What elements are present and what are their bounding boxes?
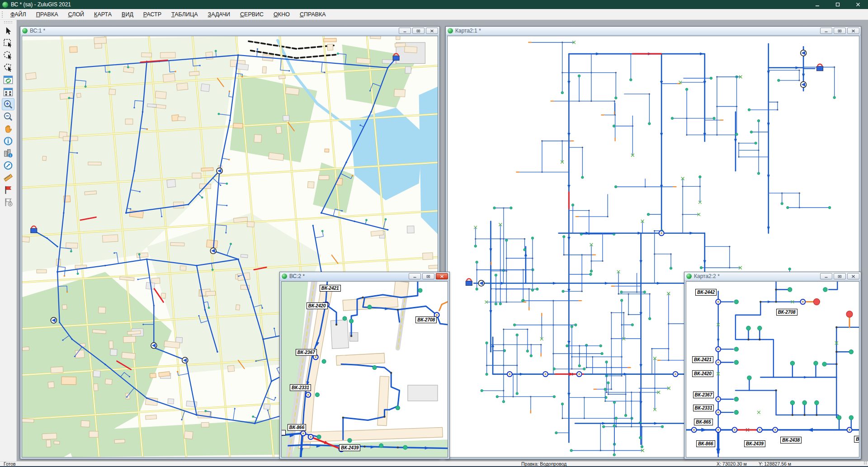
pan-hand-icon [3, 124, 13, 134]
select-circle-tool-button[interactable] [2, 49, 14, 61]
go-to-arrow-icon [3, 160, 13, 170]
select-polygon-tool-button[interactable] [2, 61, 14, 74]
vs1-minimize-button[interactable] [399, 28, 411, 34]
zoom-out-icon [3, 112, 13, 122]
menu-layer[interactable]: СЛОЙ [63, 9, 90, 19]
vs2-close-button[interactable] [436, 273, 448, 279]
map-label: ВК-866 [696, 440, 715, 447]
circle-select-icon [3, 51, 13, 61]
map-label: ВК-2442 [695, 289, 717, 296]
menu-window[interactable]: ОКНО [269, 9, 295, 19]
buildings-info-icon [3, 148, 13, 158]
map-document-icon [686, 274, 692, 279]
zoom-out-tool-button[interactable] [2, 110, 14, 123]
select-tool-button[interactable] [2, 25, 14, 37]
mdi-workspace: ВС:1 * Карта2:1 * [17, 20, 868, 461]
window-karta21-titlebar[interactable]: Карта2:1 * [446, 27, 861, 35]
cursor-icon [3, 26, 13, 36]
karta22-restore-button[interactable] [834, 273, 846, 279]
map-label: ВК-2708 [415, 316, 437, 323]
app-maximize-button[interactable] [827, 0, 848, 9]
statusbar: Готов Правка: Водопровод X: 73020.30 м Y… [0, 461, 868, 467]
app-close-button[interactable] [848, 0, 868, 9]
measure-tool-button[interactable] [2, 171, 14, 184]
app-title: ВС * (sa) - ZuluGIS 2021 [11, 1, 71, 8]
pan-tool-button[interactable] [2, 123, 14, 135]
window-vs2-titlebar[interactable]: ВС:2 * [280, 272, 449, 281]
resize-grip[interactable] [863, 461, 868, 465]
status-coordinate-x: X: 73020.30 м [717, 461, 747, 467]
vs1-restore-button[interactable] [412, 28, 425, 34]
restore-icon [838, 275, 842, 278]
map-label: ВК-2367 [296, 349, 317, 356]
map-label [281, 430, 286, 435]
zoom-in-tool-button[interactable] [2, 98, 14, 110]
close-icon [851, 275, 855, 278]
flag-icon [3, 185, 13, 195]
object-info-tool-button[interactable] [2, 147, 14, 159]
map-label: ВК-2331 [693, 405, 714, 411]
minimize-icon [824, 29, 828, 33]
menu-map[interactable]: КАРТА [89, 9, 117, 19]
map-document-icon [22, 28, 28, 33]
menubar: ФАЙЛ ПРАВКА СЛОЙ КАРТА ВИД РАСТР ТАБЛИЦА… [0, 9, 868, 20]
map-label: ВК-2420 [307, 302, 328, 309]
zoom-extent-icon [3, 87, 13, 97]
window-karta22-titlebar[interactable]: Карта2:2 * [684, 272, 861, 281]
map-label: ВК-2367 [693, 392, 714, 398]
menu-tasks[interactable]: ЗАДАЧИ [203, 9, 235, 19]
menu-table[interactable]: ТАБЛИЦА [166, 9, 203, 19]
menu-service[interactable]: СЕРВИС [235, 9, 269, 19]
menu-view[interactable]: ВИД [117, 9, 138, 19]
rectangle-select-icon [3, 38, 13, 48]
map-document-icon [282, 274, 287, 279]
menu-raster[interactable]: РАСТР [138, 9, 166, 19]
map-label: ВК-2439 [744, 440, 765, 447]
app-titlebar[interactable]: ВС * (sa) - ZuluGIS 2021 [0, 0, 868, 9]
select-rectangle-tool-button[interactable] [2, 37, 14, 49]
app-minimize-button[interactable] [807, 0, 827, 9]
minimize-icon [413, 275, 417, 278]
karta21-close-button[interactable] [847, 28, 859, 34]
karta22-minimize-button[interactable] [820, 273, 832, 279]
map-label: ВК-865 [694, 419, 712, 425]
vs2-minimize-button[interactable] [409, 273, 421, 279]
map-label: ВК-2438 [780, 437, 802, 443]
left-toolbar [0, 20, 17, 461]
map-document-icon [448, 28, 453, 33]
minimize-icon [824, 275, 828, 278]
karta22-close-button[interactable] [847, 273, 859, 279]
karta21-restore-button[interactable] [834, 28, 846, 34]
window-vs1-titlebar[interactable]: ВС:1 * [20, 27, 439, 35]
vs1-close-button[interactable] [426, 28, 438, 34]
window-karta22: Карта2:2 * ВК-2442ВК-2708ВК-2421ВК-2420В… [684, 272, 861, 459]
karta21-minimize-button[interactable] [820, 28, 832, 34]
vs2-map-area: ВК-2421ВК-2420ВК-2708ВК-2367ВК-2331ВК-86… [281, 281, 448, 458]
menubar-drag-handle[interactable] [1, 11, 4, 18]
restore-icon [838, 29, 842, 33]
close-icon [851, 29, 855, 33]
flag-remove-tool-button[interactable] [2, 196, 14, 208]
menu-help[interactable]: СПРАВКА [295, 9, 331, 19]
toolbar-drag-handle[interactable] [4, 21, 13, 24]
status-ready: Готов [4, 461, 16, 467]
refresh-view-tool-button[interactable] [2, 74, 14, 86]
karta22-schematic-canvas[interactable] [686, 282, 859, 457]
app-logo-icon [2, 2, 8, 8]
ruler-icon [3, 173, 13, 183]
go-to-tool-button[interactable] [2, 159, 14, 171]
map-label: ВК-866 [288, 424, 306, 431]
zoom-in-icon [3, 99, 13, 109]
flag-tool-button[interactable] [2, 184, 14, 196]
window-karta22-title: Карта2:2 * [694, 273, 720, 279]
map-label: ВК-2421 [320, 285, 341, 292]
zoom-extent-tool-button[interactable] [2, 86, 14, 98]
menu-file[interactable]: ФАЙЛ [5, 9, 31, 19]
vs2-restore-button[interactable] [422, 273, 434, 279]
zulugis-app: ВС * (sa) - ZuluGIS 2021 ФАЙЛ ПРАВКА СЛО… [0, 0, 868, 467]
status-coordinate-y: Y: 128827.56 м [759, 461, 791, 467]
menu-edit[interactable]: ПРАВКА [31, 9, 63, 19]
close-icon [430, 29, 434, 33]
info-icon [3, 136, 13, 146]
info-tool-button[interactable] [2, 135, 14, 147]
